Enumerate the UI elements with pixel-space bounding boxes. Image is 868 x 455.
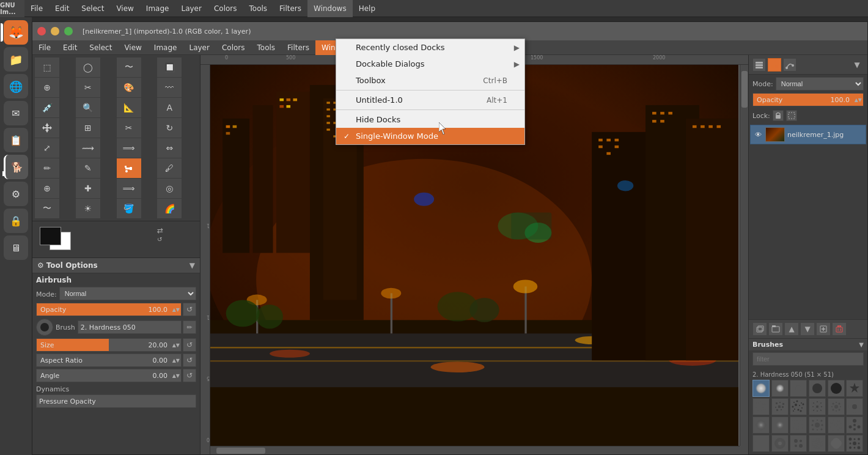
canvas-scrollbar-vertical[interactable] xyxy=(740,65,748,446)
brush-cell-star[interactable] xyxy=(846,380,863,397)
brush-cell-texture-1[interactable] xyxy=(752,398,770,415)
brush-preview[interactable] xyxy=(36,319,53,336)
top-menu-filters[interactable]: Filters xyxy=(273,0,307,17)
taskbar-icon-settings[interactable]: ⚙ xyxy=(4,182,28,206)
brush-cell-scatter-1[interactable] xyxy=(790,398,807,415)
brushes-panel-header[interactable]: Brushes ▼ xyxy=(749,339,867,350)
tool-zoom[interactable]: 🔍 xyxy=(76,98,100,117)
opacity-slider[interactable]: Opacity 100.0 ▲▼ xyxy=(36,303,182,316)
brush-cell-r3-3[interactable] xyxy=(790,416,807,434)
tool-free-select[interactable]: 〜 xyxy=(117,57,141,77)
delete-layer[interactable] xyxy=(832,322,847,336)
menu-untitled[interactable]: Untitled-1.0 Alt+1 xyxy=(336,92,524,108)
top-menu-file[interactable]: File xyxy=(24,0,49,17)
channels-icon-btn[interactable] xyxy=(768,58,781,72)
brush-cell-hard-small[interactable] xyxy=(790,380,807,397)
tool-airbrush[interactable] xyxy=(117,158,141,178)
menu-dockable-dialogs[interactable]: Dockable Dialogs ▶ xyxy=(336,56,524,72)
tool-fuzzy-select[interactable]: 🔲 xyxy=(157,57,182,77)
tool-dodge[interactable]: ☀ xyxy=(76,199,100,218)
aspect-ratio-reset[interactable]: ↺ xyxy=(183,353,196,367)
menu-single-window-mode[interactable]: ✓ Single-Window Mode xyxy=(336,128,524,144)
gimp-menu-colors[interactable]: Colors xyxy=(216,40,251,55)
top-menu-edit[interactable]: Edit xyxy=(49,0,75,17)
brush-cell-soft-2[interactable] xyxy=(771,380,789,397)
layer-up[interactable]: ▲ xyxy=(784,322,799,336)
tool-paths[interactable]: 〰 xyxy=(157,78,182,97)
brush-cell-r3-2[interactable] xyxy=(771,416,789,434)
scrollbar-thumb-horizontal[interactable] xyxy=(216,448,265,454)
tool-by-color[interactable]: ⊕ xyxy=(35,78,59,97)
brush-cell-hard-large[interactable] xyxy=(828,380,845,397)
top-menu-colors[interactable]: Colors xyxy=(208,0,243,17)
brush-cell-hard-medium[interactable] xyxy=(809,380,826,397)
menu-toolbox[interactable]: Toolbox Ctrl+B xyxy=(336,72,524,89)
gimp-menu-edit[interactable]: Edit xyxy=(57,40,83,55)
canvas-scrollbar-horizontal[interactable] xyxy=(210,446,740,454)
brush-cell-floral[interactable] xyxy=(846,398,863,415)
lock-alpha-icon[interactable] xyxy=(786,110,797,121)
size-slider[interactable]: Size 20.00 ▲▼ xyxy=(36,338,182,352)
tool-heal[interactable]: ✚ xyxy=(76,179,100,198)
tool-align[interactable]: ⊞ xyxy=(76,118,100,138)
tool-scissors[interactable]: ✂ xyxy=(76,78,100,97)
brush-edit-button[interactable]: ✏ xyxy=(183,320,196,334)
tool-crop[interactable]: ✂ xyxy=(117,118,141,138)
tool-ellipse-select[interactable]: ◯ xyxy=(76,57,100,77)
dynamics-value[interactable]: Pressure Opacity xyxy=(36,394,196,408)
taskbar-icon-gimp[interactable]: 🐕 xyxy=(4,155,28,179)
tool-options-expand[interactable]: ▼ xyxy=(189,261,195,270)
tool-bucket[interactable]: 🪣 xyxy=(117,199,141,218)
brushes-filter-input[interactable] xyxy=(752,352,864,366)
angle-slider[interactable]: Angle 0.00 ▲▼ xyxy=(36,369,182,382)
new-layer-from-visible[interactable] xyxy=(752,322,767,336)
tool-paint[interactable]: ✏ xyxy=(35,158,59,178)
taskbar-icon-home[interactable]: 🦊 xyxy=(4,20,28,45)
top-menu-select[interactable]: Select xyxy=(75,0,110,17)
tool-rotate[interactable]: ↻ xyxy=(157,118,182,138)
tool-blend[interactable]: 🌈 xyxy=(157,199,182,218)
new-layer-group[interactable] xyxy=(768,322,783,336)
brush-name[interactable]: 2. Hardness 050 xyxy=(78,320,182,334)
tool-text[interactable]: A xyxy=(157,98,182,117)
reset-colors-icon[interactable]: ↺ xyxy=(157,236,163,243)
taskbar-icon-files[interactable]: 📁 xyxy=(4,47,28,72)
tool-perspective-clone[interactable]: ⟹ xyxy=(117,179,141,198)
brush-cell-r4-1[interactable] xyxy=(752,435,770,452)
gimp-menu-layer[interactable]: Layer xyxy=(183,40,215,55)
tool-pencil[interactable]: ✎ xyxy=(76,158,100,178)
tool-flip[interactable]: ⇔ xyxy=(157,138,182,158)
top-menu-view[interactable]: View xyxy=(110,0,139,17)
taskbar-icon-browser[interactable]: 🌐 xyxy=(4,74,28,98)
brush-cell-r4-4[interactable] xyxy=(809,435,826,452)
mode-select-right[interactable]: Normal xyxy=(776,77,864,91)
size-reset[interactable]: ↺ xyxy=(183,338,196,352)
scrollbar-thumb-vertical[interactable] xyxy=(741,71,748,108)
tool-move[interactable] xyxy=(35,118,59,138)
paths-icon-btn[interactable] xyxy=(783,58,796,72)
layer-visibility-toggle[interactable]: 👁 xyxy=(753,130,763,139)
new-layer[interactable] xyxy=(816,322,831,336)
brush-cell-plus[interactable] xyxy=(809,398,826,415)
top-menu-layer[interactable]: Layer xyxy=(175,0,207,17)
taskbar-icon-monitor[interactable]: 🖥 xyxy=(4,235,28,260)
brush-cell-hardness-soft[interactable] xyxy=(752,380,770,397)
tool-shear[interactable]: ⟿ xyxy=(76,138,100,158)
top-menu-windows[interactable]: Windows xyxy=(307,0,353,17)
tool-perspective[interactable]: ⟹ xyxy=(117,138,141,158)
tool-measure[interactable]: 📐 xyxy=(117,98,141,117)
tool-rect-select[interactable]: ⬚ xyxy=(35,57,59,77)
taskbar-icon-lock[interactable]: 🔒 xyxy=(4,209,28,233)
foreground-color-swatch[interactable] xyxy=(40,227,61,245)
brush-cell-r3-5[interactable] xyxy=(828,416,845,434)
tool-smudge[interactable]: 〜 xyxy=(35,199,59,218)
brush-cell-r3-6[interactable] xyxy=(846,416,863,434)
layers-opacity-slider[interactable]: Opacity 100.0 ▲▼ xyxy=(752,93,864,106)
tool-scale[interactable]: ⤢ xyxy=(35,138,59,158)
lock-pixels-icon[interactable] xyxy=(773,110,784,121)
brush-cell-r4-2[interactable] xyxy=(771,435,789,452)
brush-cell-crosshatch[interactable] xyxy=(828,398,845,415)
window-maximize-button[interactable] xyxy=(64,27,73,35)
tool-ink[interactable]: 🖋 xyxy=(157,158,182,178)
gimp-menu-tools[interactable]: Tools xyxy=(251,40,282,55)
